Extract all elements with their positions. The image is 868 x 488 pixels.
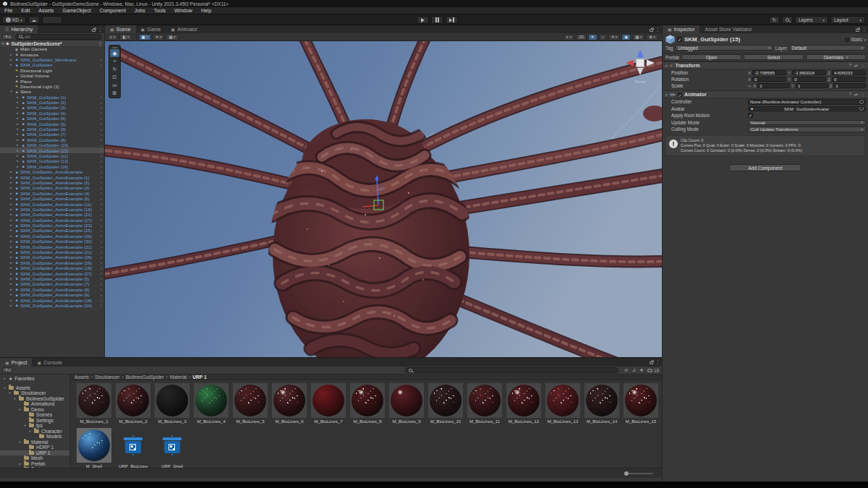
gizmos-dropdown[interactable]: ⊕▾ <box>646 34 658 40</box>
fx-dropdown[interactable]: ✦▾ <box>608 34 621 40</box>
prefab-chevron-icon[interactable]: › <box>101 154 102 158</box>
prefab-chevron-icon[interactable]: › <box>101 164 102 168</box>
transform-component-header[interactable]: ▾ ✛ Transform ? ⇄ ⋮ <box>663 61 868 69</box>
lock-icon[interactable] <box>92 29 95 32</box>
foldout-closed-icon[interactable]: ▸ <box>9 58 13 61</box>
foldout-closed-icon[interactable]: ▸ <box>9 228 13 232</box>
prefab-chevron-icon[interactable]: › <box>101 239 102 244</box>
menu-help[interactable]: Help <box>197 7 216 14</box>
foldout-closed-icon[interactable]: ▸ <box>16 149 20 153</box>
lighting-toggle[interactable]: ☀ <box>588 34 597 40</box>
hierarchy-item[interactable]: ▸■SKM_GutSpider (3)› <box>0 105 104 110</box>
foldout-closed-icon[interactable]: ▸ <box>9 245 13 249</box>
prefab-chevron-icon[interactable]: › <box>101 100 102 105</box>
rotate-tool-button[interactable]: ↻ <box>110 65 119 73</box>
hierarchy-item[interactable]: ▸■SKM_GutSpider_AnimExample (5)› <box>0 276 104 281</box>
hierarchy-item[interactable]: ▸■SKM_GutSpider› <box>0 62 104 67</box>
project-tree-item[interactable]: HDRP 1 <box>0 445 69 450</box>
foldout-open-icon[interactable]: ▾ <box>3 386 7 390</box>
prefab-chevron-icon[interactable]: › <box>101 293 102 297</box>
rotation-y-field[interactable]: 0 <box>792 77 826 82</box>
foldout-closed-icon[interactable]: ▸ <box>9 170 13 174</box>
scale-y-field[interactable]: 1 <box>796 83 828 89</box>
foldout-open-icon[interactable]: ▾ <box>2 42 4 46</box>
breadcrumb-item[interactable]: Material <box>170 374 187 380</box>
cloud-button[interactable]: ☁ <box>28 16 41 24</box>
hierarchy-item[interactable]: ▸■SKM_GutSpider (6)› <box>0 116 104 121</box>
hierarchy-item[interactable]: ▸■SKM_GutSpider_AnimExample (25)› <box>0 228 104 233</box>
foldout-open-icon[interactable]: ▾ <box>23 424 27 427</box>
move-tool-button[interactable]: + <box>110 57 119 65</box>
hierarchy-item[interactable]: ▸■SKM_GutSpider_AnimExample (2)› <box>0 180 104 185</box>
tag-dropdown[interactable]: Untagged▾ <box>675 45 773 51</box>
active-checkbox[interactable]: ✓ <box>677 37 682 42</box>
prefab-chevron-icon[interactable]: › <box>101 111 102 115</box>
foldout-closed-icon[interactable]: ▸ <box>9 250 13 254</box>
hierarchy-item[interactable]: ▸■SKM_GutSpider_AnimExample (30)› <box>0 239 104 244</box>
scale-tool-button[interactable]: ⊡ <box>110 73 119 81</box>
asset-item[interactable]: M_BioLines_11 <box>467 383 503 424</box>
prefab-chevron-icon[interactable]: › <box>101 186 102 190</box>
prefab-chevron-icon[interactable]: › <box>101 218 102 222</box>
foldout-closed-icon[interactable]: ▸ <box>9 234 13 238</box>
foldout-closed-icon[interactable]: ▸ <box>16 138 20 142</box>
menu-assets[interactable]: Assets <box>34 7 58 14</box>
gameobject-name[interactable]: SKM_GutSpider (15) <box>684 36 843 43</box>
hierarchy-item[interactable]: ▸■SKM_GutSpider_AnimExample (11)› <box>0 201 104 206</box>
asset-item[interactable]: M_BioLines_2 <box>115 383 151 424</box>
foldout-closed-icon[interactable]: ▸ <box>16 165 20 168</box>
layer-dropdown[interactable]: Default▾ <box>789 45 866 51</box>
prefab-chevron-icon[interactable]: › <box>101 250 102 254</box>
rect-tool-button[interactable]: ▭ <box>110 81 119 89</box>
breadcrumb-item[interactable]: Stocklancer <box>95 374 119 380</box>
lock-icon[interactable] <box>650 29 653 32</box>
foldout-closed-icon[interactable]: ▸ <box>9 223 13 227</box>
prefab-chevron-icon[interactable]: › <box>101 143 102 147</box>
tab-project[interactable]: ▣Project <box>0 358 32 367</box>
asset-item[interactable]: URP_BioLines <box>115 428 151 468</box>
hierarchy-item[interactable]: ▸■SKM_GutSpider_AnimExample (9)› <box>0 292 104 297</box>
project-tree-item[interactable]: ▸Prefab <box>0 461 69 467</box>
prefab-chevron-icon[interactable]: › <box>101 276 102 281</box>
grid-dropdown[interactable]: ▦▾ <box>632 34 644 40</box>
scene-header-row[interactable]: ▾ ◈ GutSpiderDemoScene* ⋮ <box>0 40 104 46</box>
breadcrumb-item[interactable]: URP 1 <box>192 374 206 380</box>
foldout-open-icon[interactable]: ▾ <box>665 93 668 97</box>
menu-gameobject[interactable]: GameObject <box>58 7 95 14</box>
lock-icon[interactable] <box>650 361 653 364</box>
asset-item[interactable]: M_BioLines_8 <box>349 383 386 424</box>
foldout-closed-icon[interactable]: ▸ <box>16 106 20 109</box>
hierarchy-search-input[interactable]: All <box>15 34 102 40</box>
menu-jobs[interactable]: Jobs <box>130 7 150 14</box>
foldout-open-icon[interactable]: ▾ <box>13 397 17 401</box>
foldout-closed-icon[interactable]: ▸ <box>16 95 20 99</box>
prefab-chevron-icon[interactable]: › <box>101 244 102 249</box>
controller-object-field[interactable]: None (Runtime Animator Controller) <box>748 99 866 105</box>
help-icon[interactable]: ? <box>849 92 851 97</box>
tab-console[interactable]: ▣Console <box>32 358 67 367</box>
project-search-input[interactable] <box>405 367 618 373</box>
foldout-closed-icon[interactable]: ▸ <box>9 202 13 206</box>
scale-x-field[interactable]: 1 <box>757 83 790 89</box>
foldout-closed-icon[interactable]: ▸ <box>9 207 13 211</box>
asset-item[interactable]: M_BioLines_14 <box>584 383 620 424</box>
favorites-star-icon[interactable]: ★ <box>639 367 644 373</box>
foldout-closed-icon[interactable]: ▸ <box>16 100 20 104</box>
project-tree-item[interactable]: ▾Material <box>0 440 69 445</box>
hierarchy-item[interactable]: ▸■SKM_GutSpider_AnimExample (4)› <box>0 191 104 196</box>
foldout-closed-icon[interactable]: ▸ <box>9 255 13 259</box>
hierarchy-item[interactable]: ▸■SKM_GutSpider_AnimExample (1)› <box>0 174 104 179</box>
hierarchy-item[interactable]: ▸■SKM_GutSpider_AnimExample (18)› <box>0 297 104 302</box>
hierarchy-item[interactable]: ■Plane <box>0 78 104 83</box>
foldout-closed-icon[interactable]: ▸ <box>16 116 20 120</box>
hierarchy-item[interactable]: ▸■Armature <box>0 51 104 56</box>
hierarchy-create-button[interactable]: +▾ <box>2 34 13 40</box>
foldout-open-icon[interactable]: ▾ <box>28 429 32 433</box>
hierarchy-item[interactable]: ▸■SKM_GutSpider_Membrane› <box>0 57 104 62</box>
foldout-closed-icon[interactable]: ▸ <box>16 132 20 136</box>
object-picker-icon[interactable] <box>859 100 864 104</box>
scale-z-field[interactable]: 1 <box>833 83 866 89</box>
foldout-closed-icon[interactable]: ▸ <box>9 218 13 222</box>
hierarchy-item[interactable]: ▸■SKM_GutSpider_AnimExample (29)› <box>0 260 104 265</box>
hierarchy-item[interactable]: ▸■SKM_GutSpider (1)› <box>0 95 104 100</box>
